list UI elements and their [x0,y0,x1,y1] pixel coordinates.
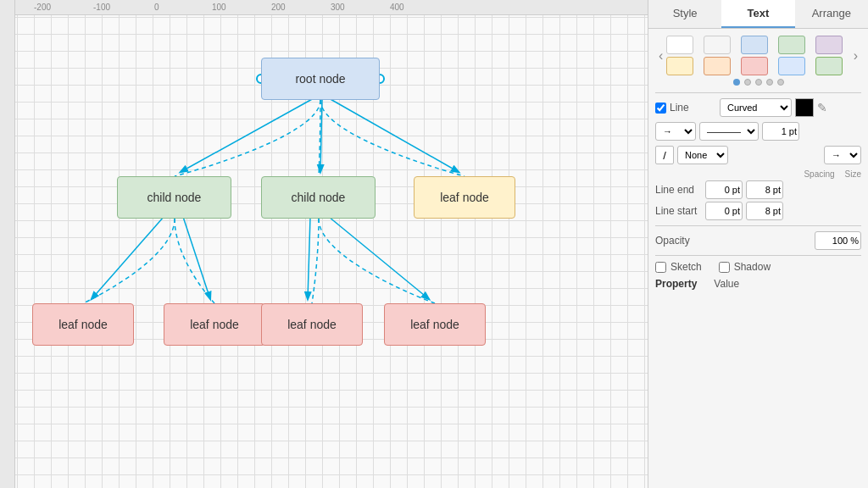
ruler-label: 100 [212,3,226,12]
line-start-spacing [705,202,743,220]
line-end-row: Line end [655,180,861,199]
tab-style[interactable]: Style [648,0,721,28]
swatch-8[interactable] [778,57,805,75]
shadow-checkbox[interactable] [719,262,730,273]
property-key: Property [655,278,697,290]
swatch-2[interactable] [741,36,768,54]
svg-line-1 [320,98,322,172]
sketch-checkbox[interactable] [655,262,666,273]
svg-line-0 [181,98,314,172]
tab-arrange[interactable]: Arrange [795,0,868,28]
tab-text[interactable]: Text [721,0,794,28]
node-child2[interactable]: child node [261,176,376,219]
swatch-1[interactable] [704,36,731,54]
svg-line-3 [92,217,164,299]
opacity-input[interactable] [815,231,861,250]
swatch-7[interactable] [741,57,768,75]
line-style-select[interactable]: Curved Straight Orthogonal [720,98,792,117]
node-leaf3[interactable]: leaf node [261,303,363,346]
line-start-size [746,202,783,220]
swatch-dots [655,79,861,86]
dash-style-select[interactable]: ――――― - - - - ····· [699,122,759,141]
edit-icon[interactable]: ✎ [817,101,827,114]
size-header: Size [845,169,861,179]
svg-line-2 [329,98,459,172]
swatch-nav-left[interactable]: ‹ [655,48,666,64]
line-end-size [746,180,783,199]
opacity-row: Opacity [655,231,861,250]
divider-3 [655,255,861,256]
swatch-6[interactable] [704,57,731,75]
swatch-dot-3[interactable] [766,79,773,86]
divider-1 [655,92,861,93]
opacity-label: Opacity [655,235,702,247]
svg-line-5 [308,217,310,299]
svg-line-4 [183,217,210,299]
line-color-swatch[interactable] [795,98,814,117]
line-end-spacing-input[interactable] [705,180,743,199]
node-leaf3-label: leaf node [287,318,337,331]
node-root[interactable]: root node [261,58,380,100]
arrow-right-select[interactable]: → ← ↔ [824,146,861,164]
node-leaf1-label: leaf node [58,318,108,331]
line-start-spacing-input[interactable] [705,202,743,220]
node-child1-label: child node [147,191,202,204]
ruler-label: 0 [154,3,159,12]
swatch-nav-right[interactable]: › [850,48,861,64]
canvas-area[interactable]: -200 -100 0 100 200 300 400 [0,0,648,488]
swatch-5[interactable] [666,57,693,75]
ruler-label: -200 [34,3,51,12]
node-child1[interactable]: child node [117,176,231,219]
line-start-label: Line start [655,205,702,217]
line-row: Line Curved Straight Orthogonal ✎ [655,98,861,117]
spacing-header: Spacing [804,169,834,179]
slash-button[interactable]: / [655,146,674,164]
divider-2 [655,225,861,226]
sketch-label: Sketch [670,261,702,273]
line-start-size-input[interactable] [746,202,783,220]
node-leaf-orange[interactable]: leaf node [414,176,515,219]
node-root-label: root node [295,72,345,86]
style-arrow-row: / None Classic Block → ← ↔ [655,146,861,164]
ruler-label: -100 [93,3,110,12]
panel-tabs: Style Text Arrange [648,0,868,29]
shadow-label: Shadow [734,261,771,273]
none-select[interactable]: None Classic Block [677,146,728,164]
node-leaf4[interactable]: leaf node [384,303,486,346]
line-label: Line [670,102,716,114]
line-checkbox[interactable] [655,103,666,114]
swatch-3[interactable] [778,36,805,54]
ruler-top: -200 -100 0 100 200 300 400 [0,0,648,15]
svg-line-6 [329,217,429,299]
node-leaf2[interactable]: leaf node [164,303,265,346]
panel-content: ‹ › [648,29,868,488]
swatch-dot-4[interactable] [777,79,784,86]
arrow-dash-row: → ← — ――――― - - - - ····· [655,122,861,141]
node-leaf1[interactable]: leaf node [32,303,134,346]
node-leaf2-label: leaf node [190,318,239,331]
ruler-label: 400 [390,3,404,12]
sketch-shadow-row: Sketch Shadow [655,261,861,273]
line-end-size-input[interactable] [746,180,783,199]
sketch-item: Sketch [655,261,702,273]
swatch-dot-0[interactable] [733,79,740,86]
line-start-row: Line start [655,202,861,220]
property-row: Property Value [655,278,861,290]
swatch-4[interactable] [815,36,843,54]
swatch-dot-1[interactable] [744,79,751,86]
swatches-grid [666,36,849,75]
line-end-spacing [705,180,743,199]
line-weight-input[interactable] [762,122,799,141]
node-leaf-orange-label: leaf node [440,191,489,204]
right-panel: Style Text Arrange ‹ › [648,0,868,488]
node-leaf4-label: leaf node [410,318,459,331]
swatch-0[interactable] [666,36,693,54]
node-child2-label: child node [292,191,346,204]
arrow-left-select[interactable]: → ← — [655,122,696,141]
diagram: root node child node child node leaf nod… [15,15,648,488]
property-value: Value [714,278,739,290]
line-end-label: Line end [655,184,702,196]
swatch-9[interactable] [815,57,843,75]
swatch-dot-2[interactable] [755,79,762,86]
ruler-left [0,0,15,488]
